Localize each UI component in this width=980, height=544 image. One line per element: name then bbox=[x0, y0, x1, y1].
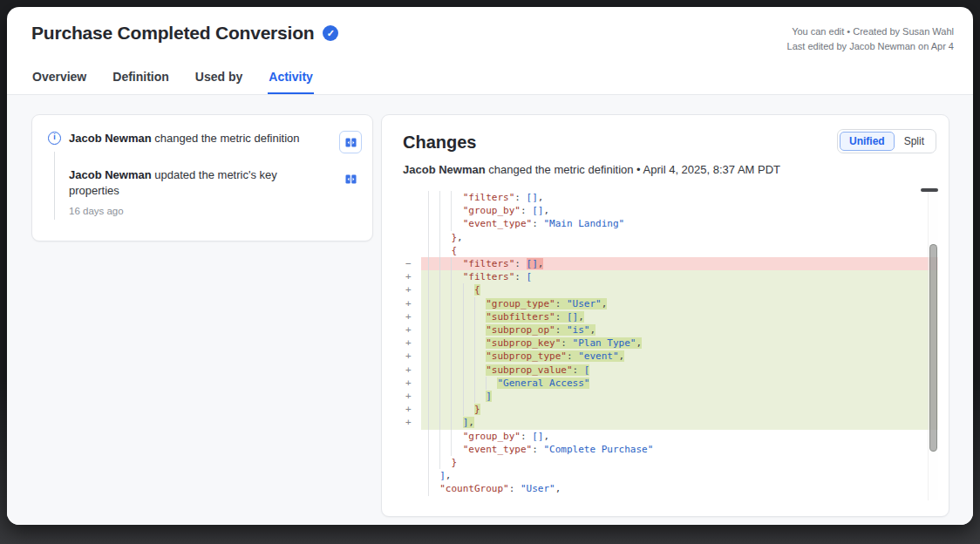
diff-line-body: "General Access" bbox=[421, 377, 938, 390]
diff-line-add: +"subprop_key": "Plan Type", bbox=[403, 337, 938, 350]
indent-guides bbox=[428, 337, 486, 350]
diff-gutter-sign bbox=[403, 482, 421, 495]
code-token: , bbox=[457, 232, 463, 243]
code-token: , bbox=[543, 205, 549, 216]
actor-name: Jacob Newman bbox=[69, 168, 152, 181]
activity-item-definition-change[interactable]: i Jacob Newman changed the metric defini… bbox=[48, 131, 362, 153]
code-token: "Plan Type" bbox=[573, 337, 636, 349]
actor-name: Jacob Newman bbox=[403, 163, 486, 176]
diff-line-add: +"subfilters": [], bbox=[403, 310, 938, 323]
tab-definition[interactable]: Definition bbox=[112, 66, 170, 94]
content-area: i Jacob Newman changed the metric defini… bbox=[7, 95, 973, 525]
code-token: "subprop_op" bbox=[486, 324, 555, 336]
code-token: : bbox=[561, 337, 572, 349]
code-token: "event" bbox=[578, 350, 618, 362]
code-token: [] bbox=[527, 258, 538, 269]
diff-gutter-sign: + bbox=[403, 297, 421, 310]
code-token: : bbox=[509, 483, 521, 494]
metric-meta: You can edit • Created by Susan Wahl Las… bbox=[787, 23, 954, 54]
code-token: } bbox=[474, 404, 480, 415]
code-token: "User" bbox=[567, 298, 602, 309]
code-token: "subprop_type" bbox=[486, 350, 567, 362]
diff-line-ctx: "event_type": "Complete Purchase" bbox=[403, 443, 938, 456]
diff-line-add: +"group_type": "User", bbox=[403, 297, 938, 310]
code-token: "subfilters" bbox=[486, 311, 555, 323]
diff-line-add: +"subprop_value": [ bbox=[403, 364, 938, 377]
diff-gutter-sign bbox=[403, 244, 421, 257]
code-token: "filters" bbox=[463, 258, 515, 269]
code-token: : bbox=[567, 350, 578, 362]
scrollbar-thumb[interactable] bbox=[929, 244, 937, 452]
code-token: "countGroup" bbox=[439, 483, 508, 494]
diff-gutter-sign: + bbox=[403, 337, 421, 350]
tab-used-by[interactable]: Used by bbox=[194, 66, 243, 94]
tab-activity[interactable]: Activity bbox=[268, 66, 314, 94]
diff-line-add: +], bbox=[403, 416, 938, 429]
code-token: : bbox=[555, 298, 567, 309]
code-token: "group_by" bbox=[463, 431, 521, 442]
diff-line-body: "filters": [], bbox=[421, 257, 938, 270]
diff-line-body: } bbox=[421, 403, 938, 416]
diff-gutter-sign: + bbox=[403, 310, 421, 323]
diff-line-del: −"filters": [], bbox=[403, 257, 938, 270]
code-token: , bbox=[636, 337, 642, 349]
unified-view-button[interactable]: Unified bbox=[840, 132, 895, 151]
code-token: : bbox=[532, 444, 543, 455]
code-token: [] bbox=[532, 431, 543, 442]
diff-line-add: +"General Access" bbox=[403, 377, 938, 390]
code-token: : bbox=[514, 192, 526, 203]
changes-subtitle: Jacob Newman changed the metric definiti… bbox=[403, 162, 938, 178]
indent-guides bbox=[428, 390, 486, 403]
diff-line-body: "subfilters": [], bbox=[421, 310, 938, 323]
changes-card: Changes Unified Split Jacob Newman chang… bbox=[381, 114, 949, 517]
code-token: [] bbox=[567, 311, 578, 323]
actor-name: Jacob Newman bbox=[69, 132, 152, 145]
activity-action-text: changed the metric definition bbox=[152, 132, 300, 145]
view-diff-button[interactable] bbox=[339, 131, 362, 153]
diff-line-body: "subprop_key": "Plan Type", bbox=[421, 337, 938, 350]
tab-overview[interactable]: Overview bbox=[31, 66, 87, 94]
code-token: "event_type" bbox=[463, 444, 532, 455]
code-token: : bbox=[521, 205, 532, 216]
code-token: "event_type" bbox=[463, 218, 532, 229]
indent-guides bbox=[428, 310, 486, 323]
changes-subtitle-text: changed the metric definition • April 4,… bbox=[486, 163, 780, 176]
code-token: "is" bbox=[567, 324, 590, 336]
diff-gutter-sign bbox=[403, 231, 421, 244]
diff-gutter-sign bbox=[403, 217, 421, 230]
vertical-scrollbar[interactable] bbox=[928, 188, 938, 500]
diff-line-add: +"subprop_type": "event", bbox=[403, 350, 938, 363]
diff-line-add: +"filters": [ bbox=[403, 270, 938, 283]
meta-permissions: You can edit • Created by Susan Wahl bbox=[787, 24, 954, 39]
activity-item-key-properties[interactable]: Jacob Newman updated the metric's key pr… bbox=[48, 167, 362, 219]
diff-gutter-sign: + bbox=[403, 377, 421, 390]
diff-line-body: "countGroup": "User", bbox=[421, 482, 938, 495]
code-token: } bbox=[451, 457, 457, 468]
indent-guides bbox=[428, 270, 463, 283]
view-diff-button[interactable] bbox=[339, 167, 362, 190]
diff-line-body: } bbox=[421, 456, 938, 469]
diff-gutter-sign bbox=[403, 443, 421, 456]
diff-line-body: { bbox=[421, 283, 938, 296]
indent-guides bbox=[428, 443, 463, 456]
json-diff-viewer: "filters": [], "group_by": [], "event_ty… bbox=[403, 188, 938, 500]
diff-line-body: "subprop_value": [ bbox=[421, 364, 938, 377]
diff-gutter-sign: + bbox=[403, 283, 421, 296]
scroll-indicator-dash bbox=[921, 188, 938, 192]
compare-diff-icon bbox=[344, 173, 357, 186]
diff-gutter-sign: + bbox=[403, 416, 421, 429]
code-token: [] bbox=[527, 192, 538, 203]
page-header: Purchase Completed Conversion ✓ You can … bbox=[7, 7, 973, 54]
indent-guides bbox=[428, 217, 463, 230]
diff-line-add: +{ bbox=[403, 283, 938, 296]
code-token: : bbox=[514, 258, 526, 269]
code-token: "User" bbox=[521, 483, 555, 494]
code-token: : bbox=[555, 311, 567, 323]
diff-gutter-sign: + bbox=[403, 364, 421, 377]
indent-guides bbox=[428, 430, 463, 443]
split-view-button[interactable]: Split bbox=[895, 132, 934, 151]
diff-gutter-sign bbox=[403, 204, 421, 217]
code-token: , bbox=[446, 470, 452, 481]
diff-gutter-sign: + bbox=[403, 270, 421, 283]
indent-guides bbox=[428, 456, 451, 469]
